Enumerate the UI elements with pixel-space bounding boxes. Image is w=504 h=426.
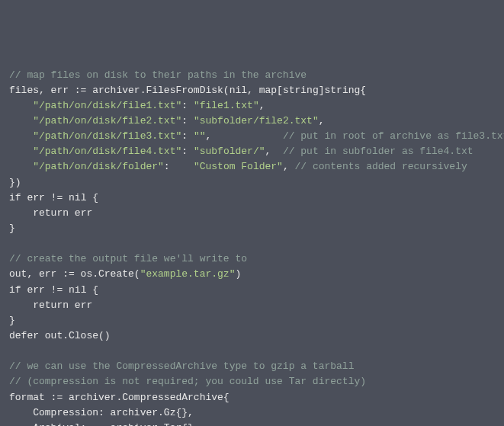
code-token: ,: [247, 85, 259, 96]
code-token: "/path/on/disk/file2.txt": [33, 115, 181, 127]
code-token: defer: [9, 330, 39, 341]
code-token: if: [9, 284, 21, 296]
code-line: "/path/on/disk/file2.txt": "subfolder/fi…: [9, 114, 495, 129]
code-token: if: [9, 192, 21, 203]
code-line: return err: [9, 298, 495, 313]
code-line: }: [9, 313, 495, 328]
code-token: // (compression is not required; you cou…: [9, 376, 366, 387]
code-line: format := archiver.CompressedArchive{: [9, 390, 495, 405]
code-line: out, err := os.Create("example.tar.gz"): [9, 267, 495, 282]
code-token: Archival: archiver.Tar{},: [9, 422, 200, 426]
code-token: {: [86, 284, 98, 296]
code-token: [9, 130, 33, 142]
code-token: [9, 299, 33, 311]
code-token: "Custom Folder": [194, 161, 283, 172]
code-token: files, err := archiver.FilesFromDisk(: [9, 85, 230, 96]
code-token: err: [69, 299, 92, 311]
code-line: }: [9, 221, 495, 236]
code-token: [9, 146, 33, 157]
code-line: // create the output file we'll write to: [9, 251, 495, 267]
code-token: ,: [319, 115, 325, 127]
code-token: :: [181, 130, 194, 142]
code-line: defer out.Close(): [9, 328, 495, 344]
code-token: nil: [69, 192, 86, 203]
code-block: // map files on disk to their paths in t…: [9, 68, 495, 426]
code-token: [9, 115, 33, 127]
code-line: // (compression is not required; you cou…: [9, 374, 495, 389]
code-token: [: [277, 85, 283, 96]
code-line: "/path/on/disk/file4.txt": "subfolder/",…: [9, 144, 495, 159]
code-token: [9, 100, 33, 111]
code-line: if err != nil {: [9, 283, 495, 298]
code-line: // map files on disk to their paths in t…: [9, 68, 495, 83]
code-token: "": [194, 130, 206, 142]
code-line: Compression: archiver.Gz{},: [9, 405, 495, 421]
code-token: ,: [265, 146, 283, 157]
code-token: }: [9, 315, 15, 326]
code-token: [9, 207, 33, 219]
code-token: }): [9, 177, 21, 188]
code-line: "/path/on/disk/file1.txt": "file1.txt",: [9, 98, 495, 114]
code-token: ): [235, 268, 241, 280]
code-token: // create the output file we'll write to: [9, 253, 247, 264]
code-line: "/path/on/disk/folder": "Custom Folder",…: [9, 159, 495, 175]
code-token: out.Close(): [39, 330, 111, 341]
code-token: nil: [69, 284, 86, 296]
code-token: string: [325, 85, 361, 96]
code-token: string: [283, 85, 319, 96]
code-token: nil: [230, 85, 247, 96]
code-token: {: [360, 85, 366, 96]
code-token: :: [164, 161, 194, 172]
code-token: "file1.txt": [194, 100, 259, 111]
code-token: ]: [319, 85, 325, 96]
code-token: format := archiver.CompressedArchive{: [9, 392, 230, 403]
code-line: [9, 344, 495, 359]
code-token: "/path/on/disk/file4.txt": [33, 146, 181, 157]
code-line: [9, 236, 495, 251]
code-token: // we can use the CompressedArchive type…: [9, 360, 354, 372]
code-token: out, err := os.Create(: [9, 268, 140, 280]
code-token: [9, 161, 33, 172]
code-line: // we can use the CompressedArchive type…: [9, 359, 495, 374]
code-token: "/path/on/disk/folder": [33, 161, 164, 172]
code-token: // map files on disk to their paths in t…: [9, 69, 307, 81]
code-token: "/path/on/disk/file1.txt": [33, 100, 181, 111]
code-token: {: [86, 192, 98, 203]
code-line: return err: [9, 206, 495, 221]
code-token: return: [33, 299, 69, 311]
code-token: :: [181, 146, 194, 157]
code-token: "subfolder/": [194, 146, 265, 157]
code-line: files, err := archiver.FilesFromDisk(nil…: [9, 83, 495, 98]
code-line: if err != nil {: [9, 191, 495, 206]
code-token: Compression: archiver.Gz{},: [9, 407, 194, 418]
code-token: ,: [283, 161, 295, 172]
code-line: "/path/on/disk/file3.txt": "", // put in…: [9, 129, 495, 144]
code-token: ,: [259, 100, 265, 111]
code-token: // put in root of archive as file3.txt: [283, 130, 504, 142]
code-token: map: [259, 85, 277, 96]
code-token: return: [33, 207, 69, 219]
code-token: :: [181, 100, 194, 111]
code-line: Archival: archiver.Tar{},: [9, 421, 495, 426]
code-token: err !=: [21, 192, 69, 203]
code-token: // put in subfolder as file4.txt: [283, 146, 474, 157]
code-token: err !=: [21, 284, 69, 296]
code-token: :: [181, 115, 194, 127]
code-token: // contents added recursively: [295, 161, 467, 172]
code-token: ,: [205, 130, 282, 142]
code-token: "example.tar.gz": [140, 268, 236, 280]
code-line: }): [9, 175, 495, 191]
code-token: }: [9, 223, 15, 234]
code-token: "subfolder/file2.txt": [194, 115, 319, 127]
code-token: "/path/on/disk/file3.txt": [33, 130, 181, 142]
code-token: err: [69, 207, 92, 219]
